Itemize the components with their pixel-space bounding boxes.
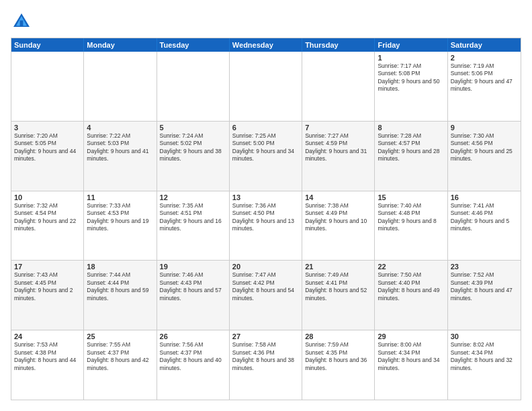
calendar-row-3: 17Sunrise: 7:43 AM Sunset: 4:45 PM Dayli… (11, 260, 521, 330)
day-info: Sunrise: 7:58 AM Sunset: 4:36 PM Dayligh… (232, 341, 294, 371)
day-info: Sunrise: 7:33 AM Sunset: 4:53 PM Dayligh… (87, 202, 148, 232)
day-info: Sunrise: 7:24 AM Sunset: 5:02 PM Dayligh… (160, 132, 222, 162)
day-info: Sunrise: 7:53 AM Sunset: 4:38 PM Dayligh… (14, 341, 76, 371)
page: SundayMondayTuesdayWednesdayThursdayFrid… (0, 0, 532, 411)
day-cell-22: 22Sunrise: 7:50 AM Sunset: 4:40 PM Dayli… (375, 261, 447, 330)
day-cell-27: 27Sunrise: 7:58 AM Sunset: 4:36 PM Dayli… (230, 330, 302, 400)
empty-cell-0-4 (302, 52, 375, 121)
calendar-row-1: 3Sunrise: 7:20 AM Sunset: 5:05 PM Daylig… (11, 121, 521, 191)
calendar-row-2: 10Sunrise: 7:32 AM Sunset: 4:54 PM Dayli… (11, 191, 521, 261)
day-cell-18: 18Sunrise: 7:44 AM Sunset: 4:44 PM Dayli… (84, 261, 157, 330)
weekday-header-friday: Friday (375, 38, 447, 52)
day-info: Sunrise: 7:19 AM Sunset: 5:06 PM Dayligh… (451, 62, 513, 92)
day-cell-12: 12Sunrise: 7:35 AM Sunset: 4:51 PM Dayli… (157, 191, 230, 261)
day-info: Sunrise: 7:41 AM Sunset: 4:46 PM Dayligh… (451, 202, 509, 232)
day-number: 20 (232, 263, 299, 271)
day-cell-4: 4Sunrise: 7:22 AM Sunset: 5:03 PM Daylig… (84, 122, 157, 191)
day-number: 24 (14, 332, 81, 340)
day-info: Sunrise: 7:27 AM Sunset: 4:59 PM Dayligh… (305, 132, 367, 162)
day-number: 19 (160, 263, 226, 271)
day-cell-26: 26Sunrise: 7:56 AM Sunset: 4:37 PM Dayli… (157, 330, 230, 400)
day-cell-5: 5Sunrise: 7:24 AM Sunset: 5:02 PM Daylig… (157, 122, 230, 191)
day-info: Sunrise: 7:38 AM Sunset: 4:49 PM Dayligh… (305, 202, 367, 232)
day-info: Sunrise: 7:43 AM Sunset: 4:45 PM Dayligh… (14, 271, 73, 301)
day-cell-6: 6Sunrise: 7:25 AM Sunset: 5:00 PM Daylig… (230, 122, 302, 191)
day-number: 17 (14, 263, 81, 271)
weekday-header-saturday: Saturday (448, 38, 521, 52)
day-number: 28 (305, 332, 371, 340)
day-number: 15 (378, 193, 444, 201)
day-number: 11 (87, 193, 153, 201)
day-cell-23: 23Sunrise: 7:52 AM Sunset: 4:39 PM Dayli… (448, 261, 521, 330)
day-info: Sunrise: 7:17 AM Sunset: 5:08 PM Dayligh… (378, 62, 439, 92)
day-info: Sunrise: 7:52 AM Sunset: 4:39 PM Dayligh… (451, 271, 513, 301)
day-cell-15: 15Sunrise: 7:40 AM Sunset: 4:48 PM Dayli… (375, 191, 447, 261)
day-cell-28: 28Sunrise: 7:59 AM Sunset: 4:35 PM Dayli… (302, 330, 375, 400)
day-cell-1: 1Sunrise: 7:17 AM Sunset: 5:08 PM Daylig… (375, 52, 447, 121)
day-info: Sunrise: 8:02 AM Sunset: 4:34 PM Dayligh… (451, 341, 513, 371)
day-info: Sunrise: 7:25 AM Sunset: 5:00 PM Dayligh… (232, 132, 294, 162)
day-number: 6 (232, 124, 299, 132)
empty-cell-0-1 (84, 52, 157, 121)
day-info: Sunrise: 7:44 AM Sunset: 4:44 PM Dayligh… (87, 271, 148, 301)
day-cell-17: 17Sunrise: 7:43 AM Sunset: 4:45 PM Dayli… (11, 261, 84, 330)
day-info: Sunrise: 7:22 AM Sunset: 5:03 PM Dayligh… (87, 132, 148, 162)
header (11, 11, 521, 32)
day-info: Sunrise: 7:32 AM Sunset: 4:54 PM Dayligh… (14, 202, 76, 232)
logo (11, 11, 35, 32)
day-info: Sunrise: 8:00 AM Sunset: 4:34 PM Dayligh… (378, 341, 439, 371)
day-number: 1 (378, 54, 444, 62)
day-info: Sunrise: 7:36 AM Sunset: 4:50 PM Dayligh… (232, 202, 294, 232)
day-number: 25 (87, 332, 153, 340)
weekday-header-sunday: Sunday (11, 38, 84, 52)
day-number: 9 (451, 124, 518, 132)
day-number: 4 (87, 124, 153, 132)
day-cell-11: 11Sunrise: 7:33 AM Sunset: 4:53 PM Dayli… (84, 191, 157, 261)
day-info: Sunrise: 7:49 AM Sunset: 4:41 PM Dayligh… (305, 271, 367, 301)
day-number: 14 (305, 193, 371, 201)
day-number: 5 (160, 124, 226, 132)
calendar-body: 1Sunrise: 7:17 AM Sunset: 5:08 PM Daylig… (11, 52, 521, 400)
day-number: 18 (87, 263, 153, 271)
calendar-row-4: 24Sunrise: 7:53 AM Sunset: 4:38 PM Dayli… (11, 330, 521, 400)
day-number: 13 (232, 193, 299, 201)
day-cell-2: 2Sunrise: 7:19 AM Sunset: 5:06 PM Daylig… (448, 52, 521, 121)
calendar-header: SundayMondayTuesdayWednesdayThursdayFrid… (11, 38, 521, 52)
day-number: 16 (451, 193, 518, 201)
calendar: SundayMondayTuesdayWednesdayThursdayFrid… (11, 38, 521, 400)
day-cell-20: 20Sunrise: 7:47 AM Sunset: 4:42 PM Dayli… (230, 261, 302, 330)
day-cell-21: 21Sunrise: 7:49 AM Sunset: 4:41 PM Dayli… (302, 261, 375, 330)
day-number: 30 (451, 332, 518, 340)
day-info: Sunrise: 7:56 AM Sunset: 4:37 PM Dayligh… (160, 341, 222, 371)
day-cell-13: 13Sunrise: 7:36 AM Sunset: 4:50 PM Dayli… (230, 191, 302, 261)
day-cell-14: 14Sunrise: 7:38 AM Sunset: 4:49 PM Dayli… (302, 191, 375, 261)
day-number: 7 (305, 124, 371, 132)
day-number: 12 (160, 193, 226, 201)
weekday-header-wednesday: Wednesday (230, 38, 302, 52)
day-number: 26 (160, 332, 226, 340)
weekday-header-monday: Monday (84, 38, 157, 52)
empty-cell-0-2 (157, 52, 230, 121)
empty-cell-0-0 (11, 52, 84, 121)
day-cell-25: 25Sunrise: 7:55 AM Sunset: 4:37 PM Dayli… (84, 330, 157, 400)
day-number: 21 (305, 263, 371, 271)
day-cell-29: 29Sunrise: 8:00 AM Sunset: 4:34 PM Dayli… (375, 330, 447, 400)
day-info: Sunrise: 7:47 AM Sunset: 4:42 PM Dayligh… (232, 271, 294, 301)
day-cell-9: 9Sunrise: 7:30 AM Sunset: 4:56 PM Daylig… (448, 122, 521, 191)
day-info: Sunrise: 7:30 AM Sunset: 4:56 PM Dayligh… (451, 132, 513, 162)
calendar-row-0: 1Sunrise: 7:17 AM Sunset: 5:08 PM Daylig… (11, 52, 521, 121)
weekday-header-thursday: Thursday (302, 38, 375, 52)
day-cell-16: 16Sunrise: 7:41 AM Sunset: 4:46 PM Dayli… (448, 191, 521, 261)
day-cell-3: 3Sunrise: 7:20 AM Sunset: 5:05 PM Daylig… (11, 122, 84, 191)
day-number: 23 (451, 263, 518, 271)
day-number: 8 (378, 124, 444, 132)
day-info: Sunrise: 7:59 AM Sunset: 4:35 PM Dayligh… (305, 341, 367, 371)
day-number: 2 (451, 54, 518, 62)
day-info: Sunrise: 7:46 AM Sunset: 4:43 PM Dayligh… (160, 271, 222, 301)
day-info: Sunrise: 7:40 AM Sunset: 4:48 PM Dayligh… (378, 202, 436, 232)
day-info: Sunrise: 7:20 AM Sunset: 5:05 PM Dayligh… (14, 132, 76, 162)
day-number: 3 (14, 124, 81, 132)
logo-icon (11, 11, 32, 32)
day-cell-19: 19Sunrise: 7:46 AM Sunset: 4:43 PM Dayli… (157, 261, 230, 330)
day-info: Sunrise: 7:28 AM Sunset: 4:57 PM Dayligh… (378, 132, 439, 162)
